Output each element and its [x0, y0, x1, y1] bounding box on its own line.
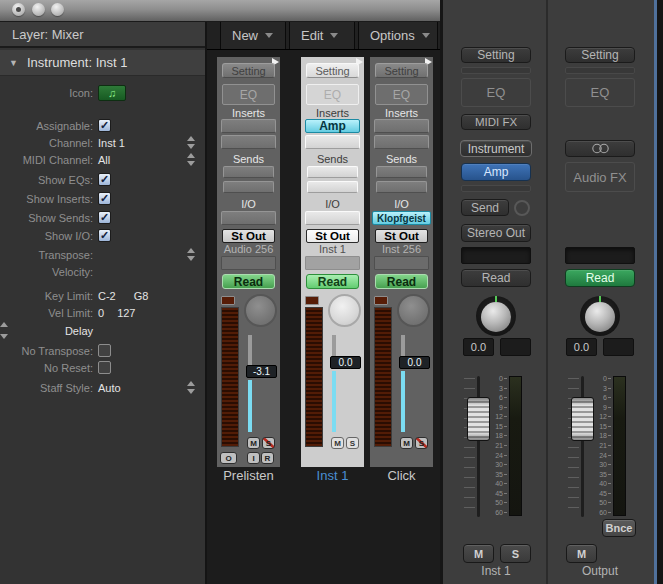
output-button[interactable]: Stereo Out	[461, 224, 531, 242]
send-knob[interactable]	[514, 200, 530, 216]
staff-style-value[interactable]: Auto	[98, 382, 121, 394]
key-limit-low[interactable]: C-2	[98, 290, 116, 302]
midi-channel-value[interactable]: All	[98, 154, 110, 166]
menu-edit[interactable]: Edit	[289, 22, 355, 49]
io-slot-klopfgeist[interactable]: Klopfgeist	[372, 211, 431, 225]
solo-button[interactable]: S	[500, 544, 531, 563]
show-sends-checkbox[interactable]	[98, 211, 111, 224]
pan-value[interactable]: 0.0	[463, 338, 494, 356]
group-slot[interactable]	[305, 296, 319, 305]
group-display[interactable]	[461, 247, 531, 264]
env-strip-inst1[interactable]: Setting EQ Inserts Amp Sends I/O St Out …	[301, 57, 364, 467]
solo-button[interactable]: S	[262, 437, 275, 449]
channel-value[interactable]: Inst 1	[98, 137, 125, 149]
mute-button[interactable]: M	[331, 437, 344, 449]
fader-position[interactable]	[332, 371, 336, 432]
fader-position[interactable]	[401, 371, 405, 432]
pan-knob[interactable]	[397, 294, 430, 327]
group-display[interactable]	[305, 256, 360, 270]
send-slot-2[interactable]	[376, 181, 427, 193]
strip-name-prelisten[interactable]: Prelisten	[217, 468, 280, 483]
no-transpose-checkbox[interactable]	[98, 344, 111, 357]
mute-button[interactable]: M	[566, 544, 597, 563]
show-inserts-checkbox[interactable]	[98, 192, 111, 205]
menu-new[interactable]: New	[220, 22, 286, 49]
pan-knob[interactable]	[580, 296, 620, 336]
insert-slot-amp[interactable]: Amp	[461, 163, 531, 181]
insert-slot-empty[interactable]	[461, 185, 531, 192]
send-slot-2[interactable]	[307, 181, 358, 193]
setting-button[interactable]: Setting	[565, 47, 635, 63]
env-strip-click[interactable]: Setting EQ Inserts Sends I/O Klopfgeist …	[370, 57, 433, 467]
insert-slot-1[interactable]	[374, 119, 429, 133]
fader-track[interactable]	[332, 335, 336, 356]
pan-knob[interactable]	[328, 294, 361, 327]
group-slot[interactable]	[374, 296, 388, 305]
minimize-button-icon[interactable]	[32, 3, 45, 16]
record-button[interactable]: R	[261, 452, 274, 464]
eq-display[interactable]: EQ	[565, 78, 635, 107]
instrument-header[interactable]: Instrument: Inst 1	[0, 50, 205, 76]
strip-name-inst1[interactable]: Inst 1	[301, 468, 364, 483]
output-toggle-button[interactable]: O	[220, 452, 237, 464]
show-eqs-checkbox[interactable]	[98, 173, 111, 186]
no-reset-checkbox[interactable]	[98, 361, 111, 374]
solo-button[interactable]: S	[415, 437, 428, 449]
fader-value[interactable]: 0.0	[399, 356, 430, 369]
pan-knob[interactable]	[476, 296, 516, 336]
send-button[interactable]: Send	[461, 199, 509, 216]
layer-header[interactable]: Layer: Mixer	[0, 22, 205, 48]
gain-value[interactable]	[500, 338, 531, 356]
channel-stepper[interactable]	[187, 136, 196, 149]
output-button[interactable]: St Out	[222, 229, 275, 243]
group-display[interactable]	[221, 256, 276, 270]
send-slot-2[interactable]	[223, 181, 274, 193]
group-display[interactable]	[374, 256, 429, 270]
automation-button[interactable]: Read	[565, 269, 635, 287]
vel-limit-high[interactable]: 127	[117, 307, 135, 319]
show-io-checkbox[interactable]	[98, 229, 111, 242]
eq-slot[interactable]: EQ	[375, 84, 428, 105]
send-slot-1[interactable]	[307, 166, 358, 178]
group-slot[interactable]	[221, 296, 235, 305]
zoom-button-icon[interactable]	[51, 3, 64, 16]
io-slot[interactable]	[221, 211, 276, 225]
delay-popup[interactable]: Delay	[0, 325, 93, 337]
delay-stepper[interactable]	[97, 324, 106, 337]
stereo-format-button[interactable]	[565, 140, 635, 157]
mute-button[interactable]: M	[463, 544, 494, 563]
gain-slot[interactable]	[565, 67, 635, 74]
insert-slot-1[interactable]	[221, 119, 276, 133]
midi-channel-stepper[interactable]	[187, 153, 196, 166]
eq-slot[interactable]: EQ	[306, 84, 359, 105]
instrument-slot[interactable]: Instrument	[460, 140, 532, 157]
send-slot-1[interactable]	[223, 166, 274, 178]
mute-button[interactable]: M	[400, 437, 413, 449]
staff-style-stepper[interactable]	[187, 381, 196, 394]
fader-value[interactable]: 0.0	[330, 356, 361, 369]
automation-button[interactable]: Read	[461, 269, 531, 287]
insert-slot-2[interactable]	[305, 135, 360, 149]
insert-slot-amp[interactable]: Amp	[305, 119, 360, 133]
key-limit-high[interactable]: G8	[134, 290, 149, 302]
strip-name-click[interactable]: Click	[370, 468, 433, 483]
output-button[interactable]: St Out	[375, 229, 428, 243]
pan-value[interactable]: 0.0	[566, 338, 597, 356]
io-slot[interactable]	[305, 211, 360, 225]
fader-track[interactable]	[401, 335, 405, 356]
automation-button[interactable]: Read	[306, 274, 359, 289]
input-toggle-button[interactable]: I	[247, 452, 260, 464]
setting-button[interactable]: Setting	[461, 47, 531, 63]
bounce-button[interactable]: Bnce	[602, 519, 636, 537]
gain-slot[interactable]	[461, 67, 531, 74]
vel-limit-low[interactable]: 0	[98, 307, 104, 319]
audio-fx-slot[interactable]: Audio FX	[565, 162, 635, 192]
automation-button[interactable]: Read	[222, 274, 275, 289]
setting-button[interactable]: Setting	[375, 63, 428, 78]
gain-value[interactable]	[603, 338, 634, 356]
env-strip-prelisten[interactable]: Setting EQ Inserts Sends I/O St Out Audi…	[217, 57, 280, 467]
send-slot-1[interactable]	[376, 166, 427, 178]
setting-button[interactable]: Setting	[306, 63, 359, 78]
assignable-checkbox[interactable]	[98, 119, 111, 132]
pan-knob[interactable]	[244, 294, 277, 327]
